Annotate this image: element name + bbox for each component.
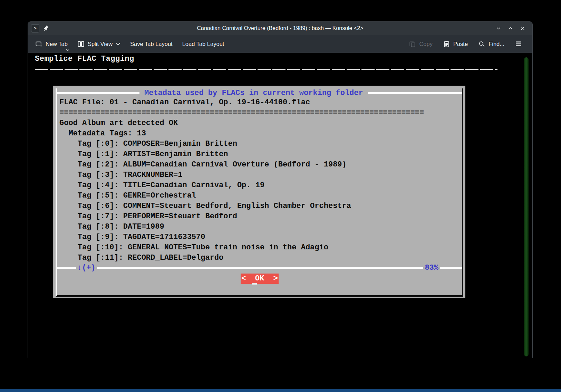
save-tab-layout-label: Save Tab Layout <box>130 41 173 47</box>
save-tab-layout-button[interactable]: Save Tab Layout <box>128 39 175 49</box>
terminal-cursor <box>252 283 257 285</box>
dialog-text-line: Metadata Tags: 13 <box>59 128 462 139</box>
split-view-label: Split View <box>88 41 113 47</box>
dialog-text-line: ========================================… <box>59 108 462 118</box>
toolbar: New Tab Split View Save Tab Layo <box>28 35 532 53</box>
new-tab-dropdown-icon <box>66 49 69 51</box>
dialog-text-line: Tag [:1]: ARTIST=Benjamin Britten <box>59 149 462 160</box>
dialog-text-line: FLAC File: 01 - Canadian Carnival, Op. 1… <box>59 97 462 108</box>
dialog-text-line: Tag [:9]: TAGDATE=1711633570 <box>59 232 462 242</box>
paste-button[interactable]: Paste <box>441 38 470 50</box>
dialog-text-line: Tag [:10]: GENERAL_NOTES=Tube train nois… <box>59 242 462 253</box>
new-tab-button[interactable]: New Tab <box>33 38 70 50</box>
dialog-scroll-row: ↓(+) 83% <box>57 263 462 272</box>
scrollbar-thumb[interactable] <box>524 57 529 356</box>
taskbar-edge <box>0 389 561 392</box>
dialog-text-line: Tag [:11]: RECORD_LABEL=Delgardo <box>59 253 462 263</box>
split-view-chevron-icon <box>116 42 120 45</box>
metadata-dialog: Metadata used by FLACs in current workin… <box>53 86 465 298</box>
copy-label: Copy <box>419 41 433 47</box>
paste-icon <box>443 40 450 48</box>
dialog-border-segment <box>57 92 139 94</box>
find-label: Find... <box>489 41 504 47</box>
dialog-text-line: Tag [:5]: GENRE=Orchestral <box>59 191 462 201</box>
more-content-indicator: ↓(+) <box>76 264 97 272</box>
dialog-text-line: Tag [:7]: PERFORMER=Steuart Bedford <box>59 211 462 222</box>
copy-icon <box>409 40 416 48</box>
paste-label: Paste <box>453 41 468 47</box>
minimize-button[interactable] <box>495 25 502 32</box>
terminal-view: Semplice FLAC Tagging Metadata used by F… <box>28 53 532 358</box>
dialog-text-body: FLAC File: 01 - Canadian Carnival, Op. 1… <box>57 97 462 263</box>
dialog-text-line: Good Album art detected OK <box>59 118 462 128</box>
dialog-title: Metadata used by FLACs in current workin… <box>139 89 368 97</box>
search-icon <box>478 40 485 48</box>
copy-button[interactable]: Copy <box>406 38 435 50</box>
scrollbar-track[interactable] <box>520 53 520 358</box>
toolbar-right-group: Copy Paste <box>406 38 525 50</box>
dialog-border-segment <box>57 267 76 269</box>
load-tab-layout-button[interactable]: Load Tab Layout <box>180 39 227 49</box>
dialog-text-line: Tag [:2]: ALBUM=Canadian Carnival Overtu… <box>59 160 462 170</box>
dialog-text-line: Tag [:6]: COMMENT=Steuart Bedford, Engli… <box>59 201 462 211</box>
dialog-border-segment <box>97 267 424 269</box>
dialog-text-line: Tag [:4]: TITLE=Canadian Carnival, Op. 1… <box>59 180 462 191</box>
new-tab-icon <box>35 40 42 48</box>
header-underline <box>35 69 497 70</box>
hamburger-menu-button[interactable] <box>512 38 525 50</box>
window-title: Canadian Carnival Overture (Bedford - 19… <box>28 25 532 31</box>
hamburger-icon <box>515 40 522 48</box>
close-button[interactable] <box>519 25 526 32</box>
dialog-border-segment <box>368 92 462 94</box>
konsole-window: > Canadian Carnival Overture (Bedford - … <box>28 21 533 358</box>
split-view-button[interactable]: Split View <box>75 38 123 50</box>
load-tab-layout-label: Load Tab Layout <box>182 41 224 47</box>
find-button[interactable]: Find... <box>476 38 507 50</box>
screen: > Canadian Carnival Overture (Bedford - … <box>0 0 561 392</box>
dialog-border-segment <box>440 267 462 269</box>
split-view-icon <box>77 40 85 48</box>
titlebar: > Canadian Carnival Overture (Bedford - … <box>28 22 532 35</box>
dialog-title-row: Metadata used by FLACs in current workin… <box>57 88 462 97</box>
dialog-text-line: Tag [:3]: TRACKNUMBER=1 <box>59 170 462 180</box>
ok-button[interactable]: < OK > <box>241 274 279 284</box>
dialog-text-line: Tag [:0]: COMPOSER=Benjamin Britten <box>59 139 462 149</box>
maximize-button[interactable] <box>507 25 514 32</box>
dialog-button-row: < OK > <box>57 274 462 284</box>
window-controls <box>495 22 526 35</box>
terminal-app-header: Semplice FLAC Tagging <box>35 55 134 63</box>
new-tab-label: New Tab <box>46 41 68 47</box>
metadata-dialog-frame: Metadata used by FLACs in current workin… <box>56 88 463 297</box>
dialog-text-line: Tag [:8]: DATE=1989 <box>59 222 462 232</box>
scroll-percent-label: 83% <box>423 264 440 272</box>
